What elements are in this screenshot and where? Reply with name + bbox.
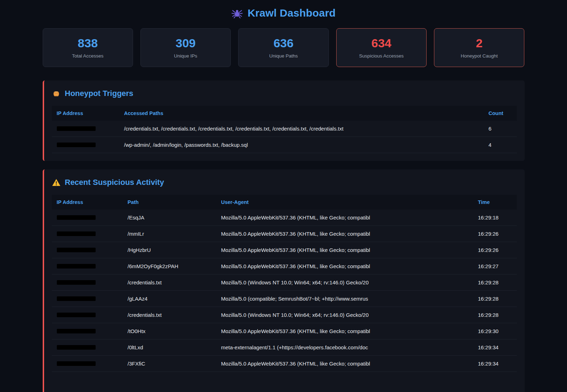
honeypot-table: IP Address Accessed Paths Count /credent…	[52, 106, 517, 153]
suspicious-panel-title: Recent Suspicious Activity	[52, 178, 517, 187]
ip-redacted-bar	[57, 143, 96, 147]
suspicious-row: /0ltLxd meta-externalagent/1.1 (+https:/…	[52, 339, 517, 356]
suspicious-cell-ip	[52, 339, 124, 356]
honeypot-cell-paths: /wp-admin/, /admin/login, /passwords.txt…	[121, 137, 485, 153]
suspicious-title-text: Recent Suspicious Activity	[65, 178, 164, 187]
stat-card: 636 Unique Paths	[238, 28, 328, 67]
suspicious-col-time: Time	[475, 195, 517, 210]
stats-row: 838 Total Accesses 309 Unique IPs 636 Un…	[43, 28, 525, 67]
ip-redacted-bar	[57, 231, 96, 236]
spider-icon	[231, 7, 243, 19]
suspicious-cell-ip	[52, 291, 124, 307]
stat-value: 309	[176, 37, 196, 50]
honeypot-panel: Honeypot Triggers IP Address Accessed Pa…	[43, 80, 525, 161]
page-title: Krawl Dashboard	[248, 7, 336, 19]
suspicious-cell-time: 16:29:28	[475, 307, 517, 323]
ip-redacted-bar	[57, 280, 96, 285]
suspicious-cell-path: /credentials.txt	[124, 275, 218, 291]
suspicious-table: IP Address Path User-Agent Time /EsqJA M…	[52, 195, 517, 372]
stat-label: Unique Paths	[269, 53, 298, 59]
suspicious-row: /gLAAz4 Mozilla/5.0 (compatible; Semrush…	[52, 291, 517, 307]
suspicious-cell-ip	[52, 210, 124, 226]
suspicious-cell-time: 16:29:26	[475, 242, 517, 258]
suspicious-cell-ua: Mozilla/5.0 AppleWebKit/537.36 (KHTML, l…	[218, 242, 475, 258]
suspicious-cell-ip	[52, 226, 124, 242]
suspicious-cell-ua: Mozilla/5.0 AppleWebKit/537.36 (KHTML, l…	[218, 323, 475, 339]
suspicious-cell-path: /tO0Htx	[124, 323, 218, 339]
ip-redacted-bar	[57, 313, 96, 317]
stat-value: 636	[273, 37, 294, 50]
suspicious-cell-time: 16:29:26	[475, 226, 517, 242]
suspicious-cell-time: 16:29:34	[475, 356, 517, 372]
honeypot-cell-paths: /credentials.txt, /credentials.txt, /cre…	[121, 121, 485, 137]
stat-label: Total Accesses	[72, 53, 103, 59]
suspicious-cell-path: /mmILr	[124, 226, 218, 242]
suspicious-cell-path: /HgHzbrU	[124, 242, 218, 258]
suspicious-panel: Recent Suspicious Activity IP Address Pa…	[43, 169, 525, 392]
suspicious-row: /3FXfiC Mozilla/5.0 AppleWebKit/537.36 (…	[52, 356, 517, 372]
honeypot-icon	[52, 89, 61, 98]
honeypot-col-paths: Accessed Paths	[121, 106, 485, 121]
ip-redacted-bar	[57, 126, 96, 131]
suspicious-col-ua: User-Agent	[218, 195, 475, 210]
dashboard-container: Krawl Dashboard 838 Total Accesses 309 U…	[43, 0, 525, 392]
page-header: Krawl Dashboard	[43, 4, 525, 28]
stat-label: Honeypot Caught	[461, 53, 498, 59]
suspicious-cell-path: /EsqJA	[124, 210, 218, 226]
suspicious-cell-ip	[52, 275, 124, 291]
honeypot-cell-ip	[52, 137, 121, 153]
suspicious-row: /mmILr Mozilla/5.0 AppleWebKit/537.36 (K…	[52, 226, 517, 242]
suspicious-cell-ip	[52, 307, 124, 323]
suspicious-cell-ua: Mozilla/5.0 AppleWebKit/537.36 (KHTML, l…	[218, 210, 475, 226]
suspicious-cell-ua: Mozilla/5.0 AppleWebKit/537.36 (KHTML, l…	[218, 226, 475, 242]
stat-value: 634	[372, 37, 392, 50]
stat-value: 2	[476, 37, 483, 50]
suspicious-cell-time: 16:29:28	[475, 291, 517, 307]
honeypot-row: /credentials.txt, /credentials.txt, /cre…	[52, 121, 517, 137]
stat-value: 838	[78, 37, 98, 50]
suspicious-cell-ua: Mozilla/5.0 AppleWebKit/537.36 (KHTML, l…	[218, 356, 475, 372]
stat-card: 2 Honeypot Caught	[434, 28, 524, 67]
suspicious-col-path: Path	[124, 195, 218, 210]
suspicious-row: /tO0Htx Mozilla/5.0 AppleWebKit/537.36 (…	[52, 323, 517, 339]
honeypot-title-text: Honeypot Triggers	[65, 89, 133, 98]
suspicious-cell-path: /6mM2OyF0gk2zPAH	[124, 258, 218, 275]
suspicious-cell-time: 16:29:27	[475, 258, 517, 275]
suspicious-cell-path: /3FXfiC	[124, 356, 218, 372]
suspicious-cell-ua: Mozilla/5.0 (compatible; SemrushBot/7~bl…	[218, 291, 475, 307]
suspicious-table-body: /EsqJA Mozilla/5.0 AppleWebKit/537.36 (K…	[52, 210, 517, 372]
suspicious-cell-ua: meta-externalagent/1.1 (+https://develop…	[218, 339, 475, 356]
honeypot-panel-title: Honeypot Triggers	[52, 89, 517, 98]
honeypot-col-ip: IP Address	[52, 106, 121, 121]
ip-redacted-bar	[57, 361, 96, 366]
honeypot-table-body: /credentials.txt, /credentials.txt, /cre…	[52, 121, 517, 153]
suspicious-row: /credentials.txt Mozilla/5.0 (Windows NT…	[52, 307, 517, 323]
honeypot-col-count: Count	[485, 106, 517, 121]
suspicious-cell-ip	[52, 242, 124, 258]
suspicious-row: /HgHzbrU Mozilla/5.0 AppleWebKit/537.36 …	[52, 242, 517, 258]
ip-redacted-bar	[57, 329, 96, 333]
honeypot-cell-ip	[52, 121, 121, 137]
ip-redacted-bar	[57, 264, 96, 269]
ip-redacted-bar	[57, 345, 96, 350]
suspicious-col-ip: IP Address	[52, 195, 124, 210]
stat-label: Suspicious Accesses	[359, 53, 404, 59]
suspicious-cell-time: 16:29:18	[475, 210, 517, 226]
suspicious-cell-ip	[52, 356, 124, 372]
suspicious-row: /EsqJA Mozilla/5.0 AppleWebKit/537.36 (K…	[52, 210, 517, 226]
stat-card: 634 Suspicious Accesses	[336, 28, 427, 67]
suspicious-cell-ua: Mozilla/5.0 AppleWebKit/537.36 (KHTML, l…	[218, 258, 475, 275]
suspicious-row: /credentials.txt Mozilla/5.0 (Windows NT…	[52, 275, 517, 291]
stat-card: 309 Unique IPs	[140, 28, 231, 67]
suspicious-header-row: IP Address Path User-Agent Time	[52, 195, 517, 210]
suspicious-cell-path: /gLAAz4	[124, 291, 218, 307]
suspicious-cell-ip	[52, 323, 124, 339]
honeypot-row: /wp-admin/, /admin/login, /passwords.txt…	[52, 137, 517, 153]
ip-redacted-bar	[57, 215, 96, 220]
suspicious-cell-path: /0ltLxd	[124, 339, 218, 356]
ip-redacted-bar	[57, 296, 96, 301]
honeypot-cell-count: 4	[485, 137, 517, 153]
suspicious-row: /6mM2OyF0gk2zPAH Mozilla/5.0 AppleWebKit…	[52, 258, 517, 275]
honeypot-header-row: IP Address Accessed Paths Count	[52, 106, 517, 121]
suspicious-cell-time: 16:29:34	[475, 339, 517, 356]
